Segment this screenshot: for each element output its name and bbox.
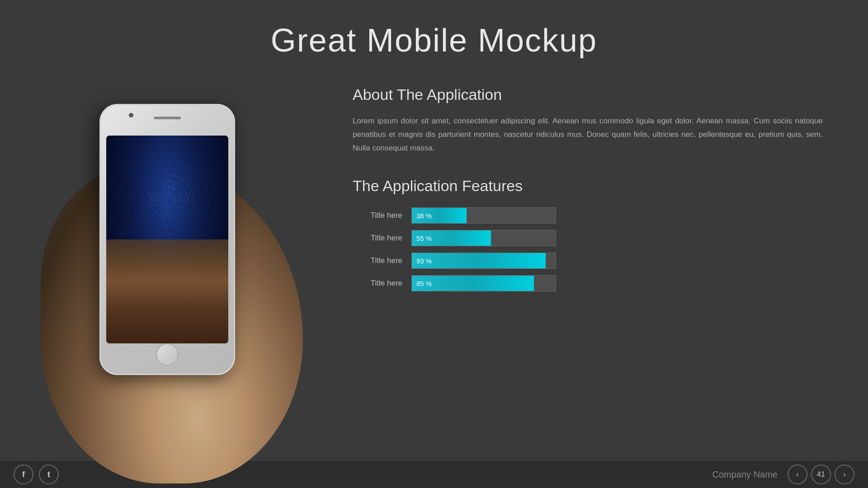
svg-point-3 [141,175,194,228]
svg-point-9 [156,190,179,212]
svg-point-6 [118,152,216,250]
phone-mockup [77,104,267,474]
svg-point-0 [159,193,175,209]
progress-bar-container-0: 38 % [411,207,556,224]
right-content: About The Application Lorem ipsum dolor … [316,68,868,316]
social-icons: f t [14,465,59,484]
phone-speaker [154,117,181,119]
svg-point-4 [135,169,200,234]
svg-point-1 [153,187,182,216]
about-section: About The Application Lorem ipsum dolor … [353,86,823,155]
page-title: Great Mobile Mockup [0,0,868,59]
features-section: The Application Features Title here38 %T… [353,177,823,298]
feature-label-1: Title here [353,234,402,243]
progress-bar-fill-0: 38 % [412,208,467,223]
about-text: Lorem ipsum dolor sit amet, consectetuer… [353,114,823,155]
prev-button[interactable]: ‹ [788,465,807,484]
next-button[interactable]: › [835,465,854,484]
feature-row-0: Title here38 % [353,207,823,224]
phone-screen-content [106,136,228,343]
features-title: The Application Features [353,177,823,195]
feature-label-0: Title here [353,211,402,220]
feature-rows: Title here38 %Title here55 %Title here93… [353,207,823,291]
phone-camera [129,113,133,117]
progress-value-2: 93 % [416,257,432,265]
progress-bar-fill-2: 93 % [412,253,546,268]
nav-controls: ‹ 41 › [788,465,854,484]
phone-area [0,68,316,488]
page-number: 41 [811,465,831,484]
phone-screen [106,136,228,343]
progress-bar-fill-3: 85 % [412,276,534,291]
progress-value-3: 85 % [416,280,432,287]
feature-label-3: Title here [353,279,402,288]
progress-bar-container-2: 93 % [411,253,556,269]
main-content: About The Application Lorem ipsum dolor … [0,68,868,488]
progress-bar-container-1: 55 % [411,230,556,246]
twitter-icon[interactable]: t [39,465,59,484]
svg-point-8 [161,195,174,207]
svg-point-5 [127,160,208,242]
progress-value-0: 38 % [416,212,432,220]
progress-value-1: 55 % [416,235,432,242]
feature-row-1: Title here55 % [353,230,823,246]
feature-row-3: Title here85 % [353,275,823,291]
progress-bar-fill-1: 55 % [412,230,491,246]
about-title: About The Application [353,86,823,103]
feature-row-2: Title here93 % [353,253,823,269]
feature-label-2: Title here [353,256,402,265]
svg-point-10 [150,184,184,218]
phone-body [99,104,235,375]
progress-bar-container-3: 85 % [411,275,556,291]
company-name: Company Name [712,469,778,480]
facebook-icon[interactable]: f [14,465,33,484]
phone-home-button [156,343,179,366]
terrain [106,239,228,343]
